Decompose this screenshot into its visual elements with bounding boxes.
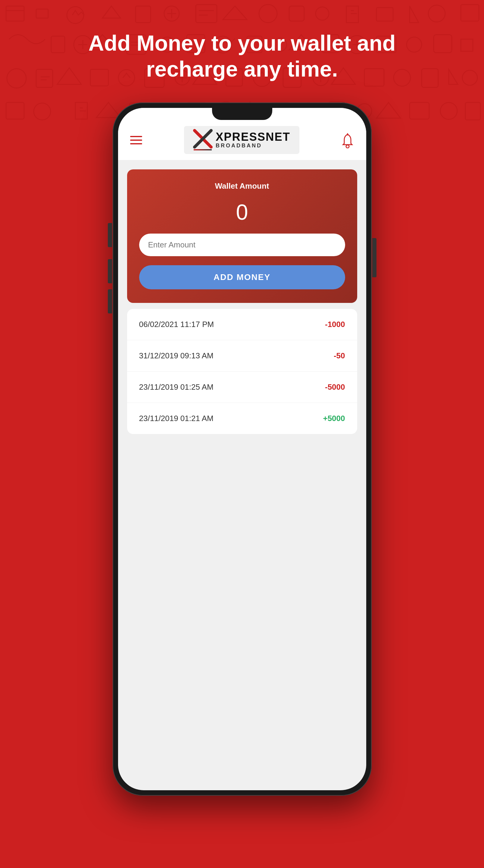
svg-marker-59 [377,102,400,118]
phone-notch [212,108,272,120]
svg-rect-0 [6,6,24,21]
logo-x-icon [193,129,213,151]
transaction-amount: -50 [334,351,345,361]
transaction-amount: +5000 [323,414,345,423]
logo-brand-name: XPRESSNET [216,131,290,143]
transactions-list: 06/02/2021 11:17 PM-100031/12/2019 09:13… [127,309,357,434]
svg-marker-8 [223,6,247,20]
svg-point-9 [259,4,277,23]
transaction-row: 31/12/2019 09:13 AM-50 [127,340,357,372]
logo-box: XPRESSNET BROADBAND [184,126,299,154]
transaction-amount: -1000 [325,320,345,329]
transaction-date: 06/02/2021 11:17 PM [139,320,214,329]
wallet-amount: 0 [236,200,248,224]
svg-point-11 [316,7,329,20]
logo-sub-text: BROADBAND [216,143,290,149]
svg-rect-2 [36,9,48,18]
transaction-amount: -5000 [325,382,345,392]
svg-rect-7 [196,4,217,23]
phone-screen: XPRESSNET BROADBAND [118,108,366,790]
svg-point-3 [67,7,84,24]
transaction-row: 23/11/2019 01:21 AM+5000 [127,403,357,434]
svg-point-6 [164,6,179,21]
wallet-card: Wallet Amount 0 ADD MONEY [127,169,357,303]
logo-text: XPRESSNET BROADBAND [216,131,290,149]
transaction-row: 06/02/2021 11:17 PM-1000 [127,309,357,340]
svg-point-13 [428,5,445,22]
hero-text-line1: Add Money to your wallet and [24,30,460,56]
bell-icon[interactable] [341,133,354,147]
svg-point-61 [440,102,457,119]
hero-text-line2: recharge any time. [24,56,460,82]
transaction-row: 23/11/2019 01:25 AM-5000 [127,372,357,403]
add-money-button[interactable]: ADD MONEY [139,265,345,289]
svg-marker-4 [102,6,121,18]
transaction-date: 23/11/2019 01:25 AM [139,382,214,392]
logo: XPRESSNET BROADBAND [184,126,299,154]
svg-rect-12 [377,7,393,21]
transaction-date: 31/12/2019 09:13 AM [139,351,214,361]
hero-text: Add Money to your wallet and recharge an… [0,30,484,82]
app-content: XPRESSNET BROADBAND [118,108,366,790]
svg-rect-62 [465,102,480,120]
menu-button[interactable] [130,136,142,144]
amount-input[interactable] [139,234,345,256]
svg-rect-5 [135,6,151,23]
svg-rect-47 [6,102,24,119]
amount-input-wrapper [139,234,345,256]
svg-point-48 [34,103,51,120]
phone-body: XPRESSNET BROADBAND [112,102,372,796]
svg-rect-60 [410,102,429,119]
svg-point-66 [346,145,349,148]
svg-rect-14 [461,4,479,21]
transaction-date: 23/11/2019 01:21 AM [139,414,214,423]
phone-mockup: XPRESSNET BROADBAND [112,102,372,796]
svg-rect-10 [289,6,304,21]
wallet-label: Wallet Amount [215,181,269,191]
